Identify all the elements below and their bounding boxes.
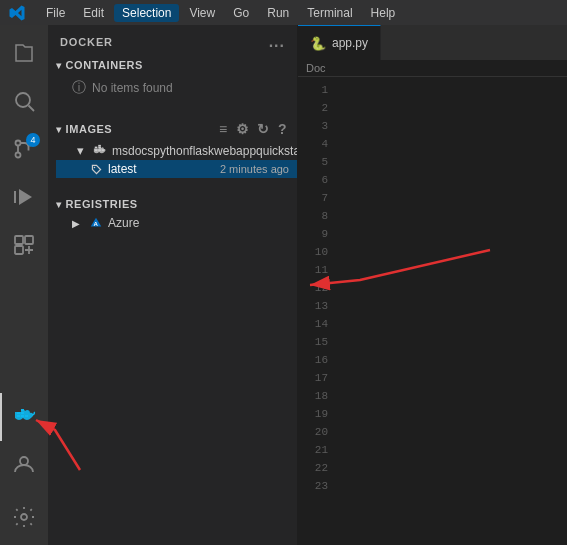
svg-point-17 <box>21 514 27 520</box>
line-22: 22 <box>315 459 328 477</box>
menu-go[interactable]: Go <box>225 4 257 22</box>
activity-icon-docker[interactable] <box>0 393 48 441</box>
images-info-btn[interactable]: ? <box>276 121 289 137</box>
activity-icon-run-debug[interactable] <box>0 173 48 221</box>
azure-icon: A <box>88 216 104 230</box>
editor-tabs: 🐍 app.py <box>298 25 567 60</box>
line-9: 9 <box>321 225 328 243</box>
line-12: 12 <box>315 279 328 297</box>
images-actions: ≡ ⚙ ↻ ? <box>217 121 289 137</box>
sidebar-title: DOCKER ... <box>48 25 297 55</box>
svg-rect-9 <box>15 246 23 254</box>
sidebar-more-button[interactable]: ... <box>269 33 285 51</box>
svg-text:A: A <box>93 220 98 227</box>
vscode-logo <box>8 4 26 22</box>
image-name: msdocspythonflaskwebappquickstart <box>112 144 297 158</box>
svg-point-2 <box>16 141 21 146</box>
section-gap-1 <box>48 101 297 117</box>
registries-chevron: ▾ <box>56 199 62 210</box>
tab-label: app.py <box>332 36 368 50</box>
sidebar-content: ▾ CONTAINERS ⓘ No items found ▾ IMAGES ≡… <box>48 55 297 545</box>
line-5: 5 <box>321 153 328 171</box>
sidebar: DOCKER ... ▾ CONTAINERS ⓘ No items found… <box>48 25 298 545</box>
tab-app-py[interactable]: 🐍 app.py <box>298 25 381 60</box>
line-20: 20 <box>315 423 328 441</box>
line-1: 1 <box>321 81 328 99</box>
activity-icon-explorer[interactable] <box>0 29 48 77</box>
title-bar: File Edit Selection View Go Run Terminal… <box>0 0 567 25</box>
svg-point-16 <box>20 457 28 465</box>
containers-chevron: ▾ <box>56 60 62 71</box>
menu-file[interactable]: File <box>38 4 73 22</box>
line-14: 14 <box>315 315 328 333</box>
code-area[interactable] <box>336 77 567 545</box>
tag-icon <box>88 163 104 176</box>
svg-rect-23 <box>98 144 101 146</box>
images-body: ▾ msdocspythonflaskwebappquickstart <box>48 141 297 178</box>
line-6: 6 <box>321 171 328 189</box>
menu-selection[interactable]: Selection <box>114 4 179 22</box>
activity-icon-account[interactable] <box>0 441 48 489</box>
line-7: 7 <box>321 189 328 207</box>
line-2: 2 <box>321 99 328 117</box>
images-chevron: ▾ <box>56 124 62 135</box>
line-4: 4 <box>321 135 328 153</box>
containers-label: CONTAINERS <box>66 59 143 71</box>
svg-rect-8 <box>25 236 33 244</box>
menu-help[interactable]: Help <box>363 4 404 22</box>
svg-rect-7 <box>15 236 23 244</box>
menu-run[interactable]: Run <box>259 4 297 22</box>
line-numbers: 1 2 3 4 5 6 7 8 9 10 11 12 13 14 15 16 1… <box>298 77 336 545</box>
line-15: 15 <box>315 333 328 351</box>
images-refresh-btn[interactable]: ↻ <box>255 121 272 137</box>
svg-point-4 <box>16 153 21 158</box>
image-tag-latest: latest <box>108 162 210 176</box>
containers-empty: ⓘ No items found <box>56 75 297 101</box>
info-icon: ⓘ <box>72 79 86 97</box>
image-item-latest[interactable]: latest 2 minutes ago <box>56 160 297 178</box>
python-icon: 🐍 <box>310 36 326 51</box>
registries-body: ▶ A Azure <box>48 214 297 232</box>
registry-azure-label: Azure <box>108 216 289 230</box>
images-list-btn[interactable]: ≡ <box>217 121 230 137</box>
menu-edit[interactable]: Edit <box>75 4 112 22</box>
line-23: 23 <box>315 477 328 495</box>
image-icon <box>92 144 108 158</box>
registry-item-azure[interactable]: ▶ A Azure <box>56 214 297 232</box>
images-settings-btn[interactable]: ⚙ <box>234 121 252 137</box>
line-16: 16 <box>315 351 328 369</box>
image-item-msdocs[interactable]: ▾ msdocspythonflaskwebappquickstart <box>56 141 297 160</box>
svg-rect-21 <box>95 146 98 148</box>
azure-expand-icon: ▶ <box>72 218 80 229</box>
editor-content: 1 2 3 4 5 6 7 8 9 10 11 12 13 14 15 16 1… <box>298 77 567 545</box>
expand-icon: ▾ <box>72 143 88 158</box>
activity-icon-source-control[interactable]: 4 <box>0 125 48 173</box>
line-17: 17 <box>315 369 328 387</box>
line-18: 18 <box>315 387 328 405</box>
line-10: 10 <box>315 243 328 261</box>
line-21: 21 <box>315 441 328 459</box>
svg-point-24 <box>93 166 95 168</box>
containers-body: ⓘ No items found <box>48 75 297 101</box>
registries-label: REGISTRIES <box>66 198 138 210</box>
section-registries[interactable]: ▾ REGISTRIES <box>48 194 297 214</box>
menu-view[interactable]: View <box>181 4 223 22</box>
activity-icon-search[interactable] <box>0 77 48 125</box>
image-tag-meta: 2 minutes ago <box>220 163 289 175</box>
svg-line-1 <box>29 106 35 112</box>
source-control-badge: 4 <box>26 133 40 147</box>
svg-marker-5 <box>19 189 32 205</box>
line-11: 11 <box>315 261 328 279</box>
section-images[interactable]: ▾ IMAGES ≡ ⚙ ↻ ? <box>48 117 297 141</box>
activity-bar: 4 <box>0 25 48 545</box>
line-8: 8 <box>321 207 328 225</box>
main-layout: 4 <box>0 25 567 545</box>
activity-icon-extensions[interactable] <box>0 221 48 269</box>
line-19: 19 <box>315 405 328 423</box>
breadcrumb: Doc <box>298 60 567 77</box>
section-containers[interactable]: ▾ CONTAINERS <box>48 55 297 75</box>
menu-terminal[interactable]: Terminal <box>299 4 360 22</box>
section-gap-2 <box>48 178 297 194</box>
activity-icon-settings[interactable] <box>0 493 48 541</box>
menu-bar: File Edit Selection View Go Run Terminal… <box>38 4 403 22</box>
